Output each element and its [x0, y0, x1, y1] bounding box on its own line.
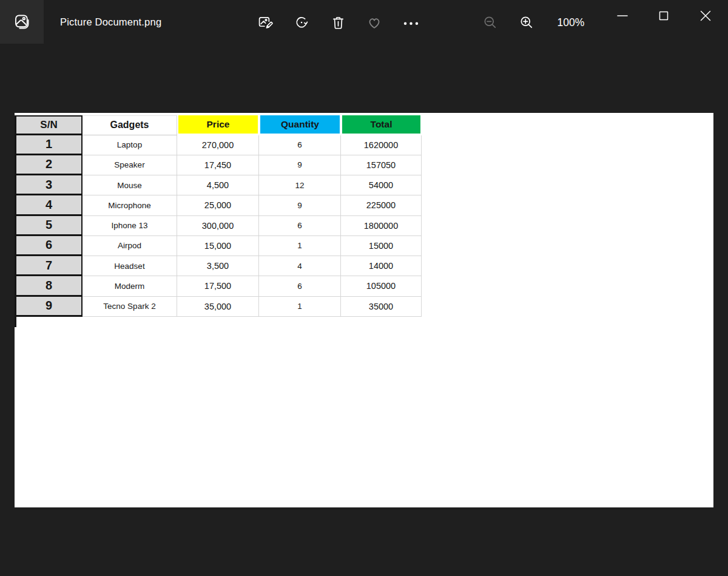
cell-sn: 9	[15, 297, 83, 317]
rotate-button[interactable]	[287, 8, 316, 37]
cell-sn: 4	[15, 195, 83, 215]
cell-sn: 2	[15, 155, 83, 175]
cell-total: 15000	[341, 236, 422, 256]
zoom-out-icon	[482, 15, 498, 30]
favorite-button[interactable]	[360, 8, 389, 37]
maximize-icon	[657, 9, 670, 22]
minimize-button[interactable]	[608, 2, 636, 30]
cell-gadget: Microphone	[83, 195, 177, 215]
photos-app-icon	[13, 13, 31, 31]
cell-gadget: Mouse	[83, 175, 177, 195]
price-header-fill: Price	[178, 115, 258, 134]
window-title: Picture Document.png	[60, 0, 161, 44]
cell-price: 17,450	[177, 155, 259, 175]
zoom-in-button[interactable]	[512, 8, 541, 37]
maximize-button[interactable]	[650, 2, 678, 30]
cell-quantity: 6	[259, 276, 341, 296]
rotate-icon	[294, 15, 310, 31]
cell-gadget: Speaker	[83, 155, 177, 175]
cell-gadget: Tecno Spark 2	[83, 297, 177, 317]
minimize-icon	[616, 9, 629, 22]
column-header-total: Total	[341, 115, 422, 135]
zoom-out-button[interactable]	[476, 8, 505, 37]
cell-total: 157050	[341, 155, 422, 175]
column-header-gadgets: Gadgets	[83, 115, 177, 135]
cell-total: 105000	[341, 276, 422, 296]
cell-total: 1620000	[341, 135, 422, 155]
cell-gadget: Laptop	[83, 135, 177, 155]
cell-gadget: Airpod	[83, 236, 177, 256]
edit-image-icon	[257, 15, 274, 31]
close-icon	[698, 8, 713, 23]
cell-price: 25,000	[177, 195, 259, 215]
cell-price: 4,500	[177, 175, 259, 195]
cell-quantity: 4	[259, 256, 341, 276]
cell-total: 14000	[341, 256, 422, 276]
cell-price: 35,000	[177, 297, 259, 317]
image-canvas[interactable]: S/N Gadgets Price Quantity Total 1 Lapto…	[15, 113, 713, 507]
total-header-fill: Total	[342, 115, 420, 134]
cell-price: 270,000	[177, 135, 259, 155]
cell-sn: 1	[15, 135, 83, 155]
cell-price: 3,500	[177, 256, 259, 276]
quantity-header-fill: Quantity	[260, 115, 340, 134]
cell-total: 225000	[341, 195, 422, 215]
cell-gadget: Moderm	[83, 276, 177, 296]
edit-image-button[interactable]	[251, 8, 280, 37]
more-options-icon	[403, 15, 419, 31]
delete-button[interactable]	[323, 8, 352, 37]
cropped-row-border-stub	[15, 317, 16, 327]
cell-price: 17,500	[177, 276, 259, 296]
cell-sn: 3	[15, 175, 83, 195]
gadgets-table: S/N Gadgets Price Quantity Total 1 Lapto…	[15, 115, 422, 317]
cell-price: 300,000	[177, 216, 259, 236]
cell-total: 54000	[341, 175, 422, 195]
column-header-sn: S/N	[15, 115, 83, 135]
more-options-button[interactable]	[396, 8, 425, 37]
cell-quantity: 9	[259, 155, 341, 175]
cell-quantity: 12	[259, 175, 341, 195]
cell-quantity: 6	[259, 216, 341, 236]
cell-quantity: 9	[259, 195, 341, 215]
cell-total: 1800000	[341, 216, 422, 236]
close-button[interactable]	[692, 2, 720, 30]
cell-sn: 5	[15, 216, 83, 236]
cell-quantity: 1	[259, 236, 341, 256]
cell-sn: 8	[15, 276, 83, 296]
zoom-in-icon	[519, 15, 534, 30]
title-bar: Picture Document.png	[0, 0, 728, 44]
column-header-price: Price	[177, 115, 259, 135]
photos-app-button[interactable]	[0, 0, 44, 44]
cell-quantity: 1	[259, 297, 341, 317]
cell-total: 35000	[341, 297, 422, 317]
heart-icon	[366, 14, 383, 31]
cell-sn: 6	[15, 236, 83, 256]
cell-gadget: Headset	[83, 256, 177, 276]
cell-quantity: 6	[259, 135, 341, 155]
cell-sn: 7	[15, 256, 83, 276]
zoom-level-label: 100%	[545, 8, 597, 37]
column-header-quantity: Quantity	[259, 115, 341, 135]
delete-icon	[330, 15, 346, 31]
cell-price: 15,000	[177, 236, 259, 256]
cell-gadget: Iphone 13	[83, 216, 177, 236]
